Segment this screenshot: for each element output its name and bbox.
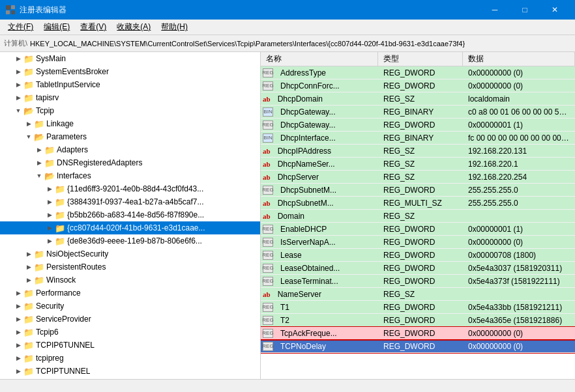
registry-row-isServerNap[interactable]: REG IsServerNapA... REG_DWORD 0x00000000… — [261, 236, 575, 249]
expand-nsiObjectSecurity[interactable]: ▶ — [23, 249, 34, 259]
expand-tcpip6tunnel[interactable]: ▶ — [13, 340, 23, 350]
registry-row-lease[interactable]: REG Lease REG_DWORD 0x00000708 (1800) — [261, 249, 575, 262]
tree-item-tcpipreg[interactable]: ▶ 📁 tcpipreg — [0, 352, 260, 365]
registry-row-domain[interactable]: ab Domain REG_SZ — [261, 210, 575, 223]
tree-item-tapisrv[interactable]: ▶ 📁 tapisrv — [0, 91, 260, 104]
expand-iface4[interactable]: ▶ — [44, 223, 55, 233]
reg-type-dhcpNameSer: REG_SZ — [378, 159, 463, 169]
menu-view[interactable]: 查看(V) — [75, 20, 111, 35]
reg-name-addressType: REG AddressType — [261, 68, 378, 78]
expand-performance[interactable]: ▶ — [13, 288, 23, 298]
reg-name-text-t1: T1 — [275, 302, 295, 313]
close-button[interactable]: ✕ — [540, 0, 570, 20]
registry-rows: REG AddressType REG_DWORD 0x00000000 (0)… — [261, 66, 575, 353]
tree-label-linkage: Linkage — [46, 119, 74, 128]
folder-icon-tcpip6tunnel: 📁 — [23, 340, 34, 350]
menu-edit[interactable]: 编辑(E) — [38, 20, 75, 35]
tree-item-persistentRoutes[interactable]: ▶ 📁 PersistentRoutes — [0, 260, 260, 273]
registry-row-enableDHCP[interactable]: REG EnableDHCP REG_DWORD 0x00000001 (1) — [261, 223, 575, 236]
registry-row-dhcpConnForc[interactable]: REG DhcpConnForc... REG_DWORD 0x00000000… — [261, 79, 575, 92]
reg-type-leaseTerminat: REG_DWORD — [378, 276, 463, 287]
registry-row-t1[interactable]: REG T1 REG_DWORD 0x5e4a33bb (1581921211) — [261, 301, 575, 314]
tree-item-serviceProvider[interactable]: ▶ 📁 ServiceProvider — [0, 313, 260, 326]
icon-t1: REG — [263, 303, 273, 312]
expand-systemEventsBroker[interactable]: ▶ — [13, 66, 23, 77]
tree-item-systemEventsBroker[interactable]: ▶ 📁 SystemEventsBroker — [0, 65, 260, 78]
reg-name-text-dhcpIPAddress: DhcpIPAddress — [273, 146, 336, 156]
registry-row-leaseTerminat[interactable]: REG LeaseTerminat... REG_DWORD 0x5e4a373… — [261, 275, 575, 288]
status-bar — [0, 379, 575, 392]
tree-item-tabletInputService[interactable]: ▶ 📁 TabletInputService — [0, 78, 260, 91]
expand-tcpipreg[interactable]: ▶ — [13, 353, 23, 363]
tree-container[interactable]: ▶ 📁 SysMain ▶ 📁 SystemEventsBroker ▶ 📁 T… — [0, 52, 260, 379]
menu-help[interactable]: 帮助(H) — [156, 20, 193, 35]
expand-linkage[interactable]: ▶ — [23, 119, 34, 129]
registry-row-dhcpSubnetM2[interactable]: ab DhcpSubnetM... REG_MULTI_SZ 255.255.2… — [261, 197, 575, 210]
expand-interfaces[interactable]: ▼ — [34, 171, 44, 181]
expand-iface5[interactable]: ▶ — [44, 236, 55, 246]
registry-row-dhcpDomain[interactable]: ab DhcpDomain REG_SZ localdomain — [261, 92, 575, 105]
expand-winsock[interactable]: ▶ — [23, 275, 34, 285]
registry-row-dhcpGateway1[interactable]: BIN DhcpGateway... REG_BINARY c0 a8 00 0… — [261, 105, 575, 119]
tree-item-tcpiptunnel[interactable]: ▶ 📁 TCPIPTUNNEL — [0, 365, 260, 378]
folder-icon-sysMain: 📁 — [23, 53, 34, 64]
tree-item-dnsRegisteredAdapters[interactable]: ▶ 📁 DNSRegisteredAdapters — [0, 156, 260, 169]
tree-label-sysMain: SysMain — [36, 54, 66, 63]
registry-row-nameServer[interactable]: ab NameServer REG_SZ — [261, 288, 575, 301]
expand-iface1[interactable]: ▶ — [44, 184, 55, 194]
registry-row-t2[interactable]: REG T2 REG_DWORD 0x5e4a365e (1581921886) — [261, 314, 575, 327]
expand-tapisrv[interactable]: ▶ — [13, 92, 23, 103]
tree-item-tcpip6[interactable]: ▶ 📁 Tcpip6 — [0, 326, 260, 339]
registry-row-dhcpSubnetM1[interactable]: REG DhcpSubnetM... REG_DWORD 255.255.255… — [261, 184, 575, 197]
icon-domain: ab — [263, 212, 271, 220]
tree-item-sysMain[interactable]: ▶ 📁 SysMain — [0, 52, 260, 65]
registry-row-dhcpGateway2[interactable]: REG DhcpGateway... REG_DWORD 0x00000001 … — [261, 119, 575, 132]
expand-parameters[interactable]: ▼ — [23, 132, 34, 142]
menu-favorites[interactable]: 收藏夹(A) — [111, 20, 156, 35]
registry-row-dhcpNameSer[interactable]: ab DhcpNameSer... REG_SZ 192.168.220.1 — [261, 158, 575, 171]
tree-item-parameters[interactable]: ▼ 📂 Parameters — [0, 130, 260, 143]
expand-iface2[interactable]: ▶ — [44, 197, 55, 207]
icon-isServerNap: REG — [263, 238, 273, 247]
tree-item-tcpip6tunnel[interactable]: ▶ 📁 TCPIP6TUNNEL — [0, 339, 260, 352]
tree-item-nsiObjectSecurity[interactable]: ▶ 📁 NsiObjectSecurity — [0, 247, 260, 260]
reg-name-tcpNoDelay: REG TCPNoDelay — [261, 341, 378, 352]
tree-item-iface1[interactable]: ▶ 📁 {11ed6ff3-9201-4e0b-88d4-43cf0fd43..… — [0, 182, 260, 195]
tree-item-adapters[interactable]: ▶ 📁 Adapters — [0, 143, 260, 156]
registry-row-tcpNoDelay[interactable]: REG TCPNoDelay REG_DWORD 0x00000000 (0) — [261, 340, 575, 353]
expand-sysMain[interactable]: ▶ — [13, 53, 23, 64]
expand-dnsRegisteredAdapters[interactable]: ▶ — [34, 158, 44, 168]
registry-row-leaseObtained[interactable]: REG LeaseObtained... REG_DWORD 0x5e4a303… — [261, 262, 575, 275]
expand-persistentRoutes[interactable]: ▶ — [23, 262, 34, 272]
tree-item-iface3[interactable]: ▶ 📁 {b5bb266b-a683-414e-8d56-f87f890e... — [0, 208, 260, 221]
maximize-button[interactable]: □ — [510, 0, 540, 20]
expand-tcpiptunnel[interactable]: ▶ — [13, 366, 23, 376]
expand-serviceProvider[interactable]: ▶ — [13, 314, 23, 324]
expand-iface3[interactable]: ▶ — [44, 210, 55, 220]
expand-security[interactable]: ▶ — [13, 301, 23, 311]
tree-item-interfaces[interactable]: ▼ 📂 Interfaces — [0, 169, 260, 182]
tree-item-security[interactable]: ▶ 📁 Security — [0, 300, 260, 313]
tree-item-iface2[interactable]: ▶ 📁 {3884391f-0937-4ea1-b27a-a4b5caf7... — [0, 195, 260, 208]
icon-leaseTerminat: REG — [263, 277, 273, 286]
tree-item-winsock[interactable]: ▶ 📁 Winsock — [0, 273, 260, 287]
tree-label-iface5: {de8e36d9-eeee-11e9-b87b-806e6f6... — [67, 236, 202, 245]
expand-tabletInputService[interactable]: ▶ — [13, 79, 23, 90]
folder-icon-iface1: 📁 — [55, 184, 65, 194]
registry-row-tcpAckFreque[interactable]: REG TcpAckFreque... REG_DWORD 0x00000000… — [261, 327, 575, 340]
registry-row-dhcpInterface[interactable]: BIN DhcpInterface... REG_BINARY fc 00 00… — [261, 132, 575, 145]
tree-item-tcpip[interactable]: ▼ 📂 Tcpip — [0, 104, 260, 117]
reg-type-lease: REG_DWORD — [378, 250, 463, 260]
tree-item-iface4[interactable]: ▶ 📁 {cc807d44-020f-41bd-9631-e3d1caae... — [0, 221, 260, 234]
registry-row-dhcpServer[interactable]: ab DhcpServer REG_SZ 192.168.220.254 — [261, 171, 575, 184]
registry-row-addressType[interactable]: REG AddressType REG_DWORD 0x00000000 (0) — [261, 66, 575, 79]
expand-adapters[interactable]: ▶ — [34, 145, 44, 155]
registry-row-dhcpIPAddress[interactable]: ab DhcpIPAddress REG_SZ 192.168.220.131 — [261, 145, 575, 158]
menu-file[interactable]: 文件(F) — [3, 20, 38, 35]
tree-item-linkage[interactable]: ▶ 📁 Linkage — [0, 117, 260, 130]
minimize-button[interactable]: ─ — [480, 0, 510, 20]
expand-tcpip[interactable]: ▼ — [13, 105, 23, 116]
tree-item-iface5[interactable]: ▶ 📁 {de8e36d9-eeee-11e9-b87b-806e6f6... — [0, 234, 260, 247]
tree-item-performance[interactable]: ▶ 📁 Performance — [0, 287, 260, 300]
expand-tcpip6[interactable]: ▶ — [13, 327, 23, 337]
